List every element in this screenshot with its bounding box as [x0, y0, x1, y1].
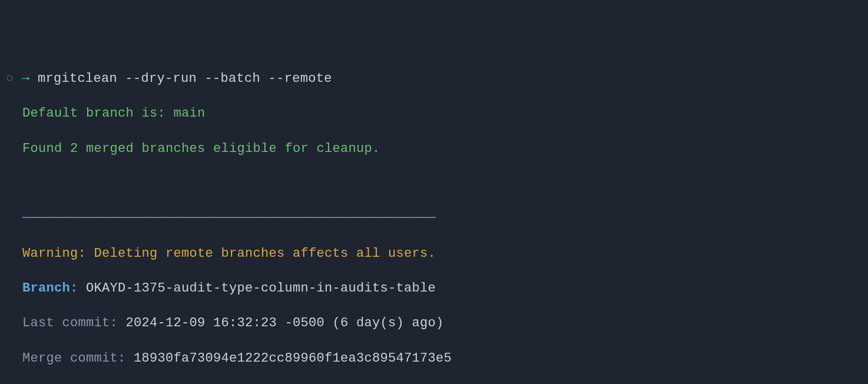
found-branches-line: Found 2 merged branches eligible for cle…	[22, 140, 862, 158]
blank-line	[22, 175, 862, 193]
branch-name-1: OKAYD-1375-audit-type-column-in-audits-t…	[78, 281, 436, 296]
merge-commit-line-1: Merge commit: 18930fa73094e1222cc89960f1…	[22, 350, 862, 368]
merge-commit-label-1: Merge commit:	[22, 351, 126, 366]
prompt-arrow: →	[22, 71, 30, 86]
default-branch-line: Default branch is: main	[22, 105, 862, 123]
command-line: ○ → mrgitclean --dry-run --batch --remot…	[6, 70, 862, 88]
last-commit-line-1: Last commit: 2024-12-09 16:32:23 -0500 (…	[22, 315, 862, 332]
separator-line: ────────────────────────────────────────…	[22, 210, 862, 227]
prompt-bullet: ○	[6, 71, 14, 86]
warning-line-1: Warning: Deleting remote branches affect…	[22, 245, 862, 263]
last-commit-label-1: Last commit:	[22, 316, 118, 330]
last-commit-value-1: 2024-12-09 16:32:23 -0500 (6 day(s) ago)	[118, 316, 444, 330]
branch-line-1: Branch: OKAYD-1375-audit-type-column-in-…	[22, 280, 862, 297]
branch-label-1: Branch:	[22, 281, 78, 296]
merge-commit-value-1: 18930fa73094e1222cc89960f1ea3c89547173e5	[126, 351, 452, 366]
command-text: mrgitclean --dry-run --batch --remote	[38, 71, 332, 86]
